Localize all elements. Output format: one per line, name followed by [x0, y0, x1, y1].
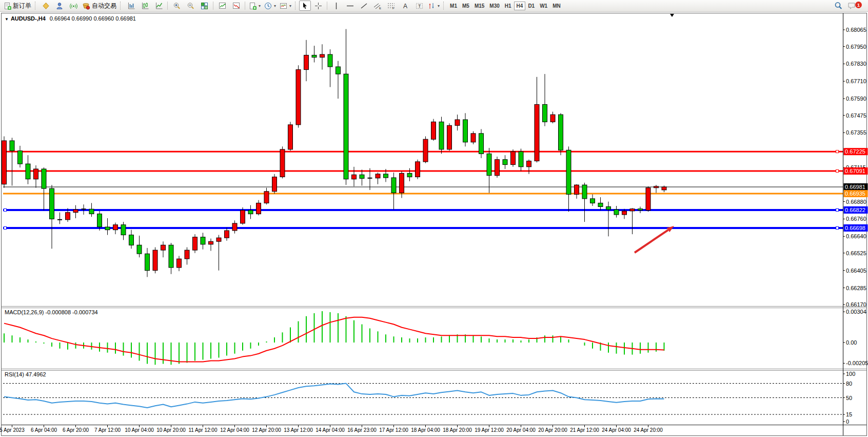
hline-handle[interactable]: [836, 226, 839, 229]
template-button[interactable]: ▾: [278, 1, 293, 11]
macd-indicator-label: MACD(12,26,9) -0.000808 -0.000734: [5, 309, 98, 315]
notification-badge: 1: [855, 2, 862, 8]
svg-text:0.00304: 0.00304: [846, 309, 866, 315]
svg-text:A: A: [403, 3, 407, 10]
svg-text:10 Apr 04:00: 10 Apr 04:00: [125, 427, 154, 433]
timeframe-button-MN[interactable]: MN: [550, 2, 563, 10]
svg-text:16 Apr 23:00: 16 Apr 23:00: [347, 427, 377, 433]
svg-text:0.66525: 0.66525: [846, 250, 866, 256]
bar-chart-button[interactable]: [124, 1, 137, 11]
tile-windows-button[interactable]: [198, 1, 211, 11]
cursor-icon: [301, 2, 309, 10]
hline-handle[interactable]: [4, 226, 7, 229]
signals-icon: [70, 2, 77, 10]
indicators-up-button[interactable]: [215, 1, 229, 11]
zoom-in-icon: [173, 2, 181, 10]
new-order-button[interactable]: 新订单: [2, 1, 33, 11]
zoom-in-button[interactable]: [170, 1, 183, 11]
new-order-icon: [4, 2, 11, 10]
hline-handle[interactable]: [4, 208, 7, 211]
hline-handle[interactable]: [836, 150, 839, 153]
hline-handle[interactable]: [836, 208, 839, 211]
svg-text:17 Apr 12:00: 17 Apr 12:00: [379, 427, 408, 433]
add-indicator-icon: [249, 2, 257, 10]
cursor-button[interactable]: [299, 1, 311, 11]
svg-text:0.66405: 0.66405: [846, 268, 866, 274]
timeframe-button-M1[interactable]: M1: [447, 2, 460, 10]
svg-text:0.66760: 0.66760: [846, 216, 866, 222]
text-label-button[interactable]: T: [412, 1, 426, 11]
svg-text:F: F: [392, 7, 394, 10]
signals-button[interactable]: [67, 1, 80, 11]
svg-text:0.67355: 0.67355: [846, 129, 866, 136]
toolbar-separator: [213, 2, 213, 10]
zoom-out-icon: [187, 2, 194, 10]
timeframe-button-M15[interactable]: M15: [472, 2, 487, 10]
svg-text:0.66698: 0.66698: [845, 225, 865, 231]
symbol-dropdown-icon[interactable]: ▼: [5, 17, 9, 22]
arrow-objects-button[interactable]: ▾: [426, 1, 441, 11]
timeframe-button-D1[interactable]: D1: [525, 2, 537, 10]
timeframe-button-M30[interactable]: M30: [487, 2, 502, 10]
trendline-icon: [360, 2, 368, 10]
profile-button[interactable]: [53, 1, 66, 11]
metaeditor-button[interactable]: [39, 1, 52, 11]
indicators-down-button[interactable]: [229, 1, 243, 11]
candlestick-chart-button[interactable]: [138, 1, 151, 11]
chevron-down-icon: ▾: [259, 4, 261, 8]
autotrading-button[interactable]: 自动交易: [81, 1, 118, 11]
search-icon: [834, 2, 843, 10]
candlestick-chart-icon: [141, 2, 149, 10]
toolbar-separator: [245, 2, 245, 10]
svg-text:0.66640: 0.66640: [846, 233, 866, 239]
period-clock-button[interactable]: ▾: [263, 1, 278, 11]
svg-text:24 Apr 04:00: 24 Apr 04:00: [602, 427, 631, 433]
timeframe-group: M1M5M15M30H1H4D1W1MN: [447, 2, 563, 10]
svg-text:0.67710: 0.67710: [846, 78, 866, 84]
metaeditor-icon: [42, 2, 50, 10]
search-button[interactable]: [832, 1, 845, 11]
svg-text:10 Apr 20:00: 10 Apr 20:00: [156, 427, 186, 433]
toolbar-separator: [167, 2, 168, 10]
text-icon: A: [402, 2, 409, 10]
svg-text:14 Apr 04:00: 14 Apr 04:00: [315, 427, 345, 433]
vertical-line-button[interactable]: [329, 1, 343, 11]
text-button[interactable]: A: [399, 1, 412, 11]
equidistant-channel-button[interactable]: E: [371, 1, 384, 11]
zoom-out-button[interactable]: [184, 1, 197, 11]
chat-button[interactable]: 1: [845, 1, 859, 11]
svg-text:6 Apr 20:00: 6 Apr 20:00: [63, 427, 89, 433]
template-icon: [280, 2, 287, 10]
profile-icon: [56, 2, 64, 10]
fibonacci-button[interactable]: F: [385, 1, 398, 11]
line-chart-button[interactable]: [152, 1, 165, 11]
autotrading-icon: [82, 2, 90, 10]
svg-text:6 Apr 04:00: 6 Apr 04:00: [31, 427, 57, 433]
trendline-button[interactable]: [357, 1, 370, 11]
svg-text:24 Apr 20:00: 24 Apr 20:00: [634, 427, 663, 433]
svg-text:5 Apr 2023: 5 Apr 2023: [0, 427, 25, 433]
svg-text:21 Apr 12:00: 21 Apr 12:00: [570, 427, 599, 433]
autotrading-label: 自动交易: [92, 2, 116, 10]
svg-text:0.66981: 0.66981: [845, 184, 865, 190]
svg-text:18 Apr 20:00: 18 Apr 20:00: [443, 427, 472, 433]
chart-canvas[interactable]: 0.680650.679500.678300.677100.675900.674…: [0, 0, 868, 437]
timeframe-button-H1[interactable]: H1: [502, 2, 514, 10]
timeframe-button-M5[interactable]: M5: [460, 2, 472, 10]
svg-text:0.67830: 0.67830: [846, 61, 866, 67]
svg-text:0.67475: 0.67475: [846, 112, 866, 119]
svg-text:E: E: [379, 7, 381, 10]
add-indicator-button[interactable]: ▾: [247, 1, 262, 11]
chart-symbol-period: AUDUSD-,H4: [11, 15, 46, 22]
svg-text:19 Apr 12:00: 19 Apr 12:00: [475, 427, 504, 433]
chart-ohlc-values: 0.66964 0.66990 0.66960 0.66981: [50, 15, 136, 22]
svg-text:100: 100: [846, 371, 855, 377]
timeframe-button-H4[interactable]: H4: [514, 2, 526, 10]
hline-handle[interactable]: [836, 169, 839, 172]
toolbar-separator: [327, 2, 327, 10]
crosshair-button[interactable]: [311, 1, 325, 11]
timeframe-button-W1[interactable]: W1: [537, 2, 550, 10]
vertical-line-icon: [332, 2, 340, 10]
horizontal-line-button[interactable]: [343, 1, 357, 11]
new-order-label: 新订单: [13, 2, 31, 10]
